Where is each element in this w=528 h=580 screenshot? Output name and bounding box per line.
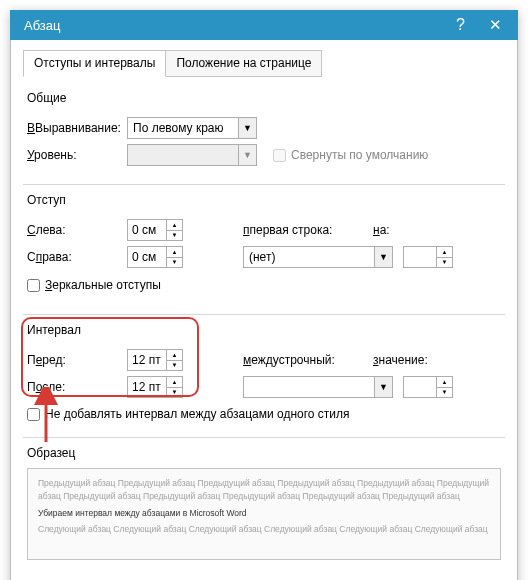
up-icon: ▲ bbox=[167, 377, 182, 388]
down-icon: ▼ bbox=[167, 231, 182, 241]
spinner-left[interactable]: 0 см ▲▼ bbox=[127, 219, 183, 241]
legend-indent: Отступ bbox=[27, 191, 501, 215]
checkbox-no-space-same-style[interactable]: Не добавлять интервал между абзацами одн… bbox=[27, 407, 350, 421]
label-by: на: bbox=[373, 223, 443, 237]
spinner-before[interactable]: 12 пт ▲▼ bbox=[127, 349, 183, 371]
group-spacing: Интервал Перед: 12 пт ▲▼ междустрочный: … bbox=[23, 319, 505, 431]
dropdown-alignment[interactable]: По левому краю ▼ bbox=[127, 117, 257, 139]
group-general: Общие ВВыравнивание: По левому краю ▼ Ур… bbox=[23, 87, 505, 178]
label-firstline: ппервая строка: bbox=[243, 223, 373, 237]
up-icon: ▲ bbox=[437, 247, 452, 258]
dropdown-level: ▼ bbox=[127, 144, 257, 166]
help-icon[interactable]: ? bbox=[444, 16, 477, 34]
label-before: Перед: bbox=[27, 353, 127, 367]
legend-general: Общие bbox=[27, 89, 501, 113]
tab-page-position[interactable]: Положение на странице bbox=[165, 50, 322, 77]
label-alignment: ВВыравнивание: bbox=[27, 121, 127, 135]
down-icon: ▼ bbox=[167, 361, 182, 371]
legend-spacing: Интервал bbox=[27, 321, 501, 345]
down-icon: ▼ bbox=[167, 258, 182, 268]
chevron-down-icon[interactable]: ▼ bbox=[374, 247, 392, 267]
preview-box: Предыдущий абзац Предыдущий абзац Предыд… bbox=[27, 468, 501, 560]
label-linespacing: междустрочный: bbox=[243, 353, 373, 367]
label-after: После: bbox=[27, 380, 127, 394]
tab-indents-spacing[interactable]: Отступы и интервалы bbox=[23, 50, 166, 77]
up-icon: ▲ bbox=[167, 350, 182, 361]
down-icon: ▼ bbox=[167, 388, 182, 398]
dropdown-linespacing[interactable]: ▼ bbox=[243, 376, 393, 398]
group-indent: Отступ Слева: 0 см ▲▼ ппервая строка: на… bbox=[23, 189, 505, 308]
spinner-by[interactable]: ▲▼ bbox=[403, 246, 453, 268]
legend-preview: Образец bbox=[27, 444, 501, 468]
titlebar: Абзац ? ✕ bbox=[10, 10, 518, 40]
close-icon[interactable]: ✕ bbox=[477, 16, 508, 34]
chevron-down-icon[interactable]: ▼ bbox=[238, 118, 256, 138]
dropdown-firstline[interactable]: (нет) ▼ bbox=[243, 246, 393, 268]
down-icon: ▼ bbox=[437, 258, 452, 268]
label-right: Справа: bbox=[27, 250, 127, 264]
checkbox-collapsed: Свернуты по умолчанию bbox=[273, 148, 428, 162]
title: Абзац bbox=[24, 18, 444, 33]
up-icon: ▲ bbox=[167, 220, 182, 231]
checkbox-mirror[interactable]: Зеркальные отступы bbox=[27, 278, 161, 292]
label-level: Уровень: bbox=[27, 148, 127, 162]
group-preview: Образец Предыдущий абзац Предыдущий абза… bbox=[23, 442, 505, 568]
spinner-after[interactable]: 12 пт ▲▼ bbox=[127, 376, 183, 398]
label-left: Слева: bbox=[27, 223, 127, 237]
tabs: Отступы и интервалы Положение на страниц… bbox=[23, 50, 505, 77]
chevron-down-icon: ▼ bbox=[238, 145, 256, 165]
spinner-at[interactable]: ▲▼ bbox=[403, 376, 453, 398]
spinner-right[interactable]: 0 см ▲▼ bbox=[127, 246, 183, 268]
label-at: значение: bbox=[373, 353, 443, 367]
down-icon: ▼ bbox=[437, 388, 452, 398]
up-icon: ▲ bbox=[437, 377, 452, 388]
up-icon: ▲ bbox=[167, 247, 182, 258]
chevron-down-icon[interactable]: ▼ bbox=[374, 377, 392, 397]
